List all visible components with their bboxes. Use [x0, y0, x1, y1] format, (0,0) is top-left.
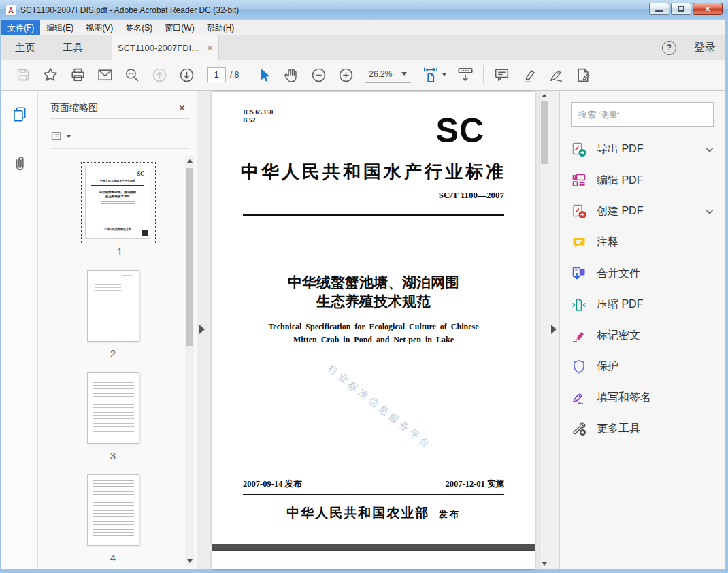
select-tool-button[interactable] [250, 63, 278, 86]
menu-file[interactable]: 文件(F) [1, 20, 40, 35]
scroll-up-icon[interactable] [542, 94, 547, 97]
acrobat-window: { "window": { "title": "SCT1100-2007FDIS… [0, 0, 728, 573]
highlighter-icon [520, 67, 537, 84]
menu-edit[interactable]: 编辑(E) [40, 20, 80, 35]
heading-rule [243, 214, 504, 216]
chevron-down-icon [442, 73, 446, 76]
email-icon [97, 67, 114, 84]
email-button[interactable] [91, 63, 118, 86]
tool-item-redact[interactable]: 标记密文 [560, 321, 725, 352]
thumbnail-page-4[interactable] [87, 474, 139, 546]
edit-tools-button[interactable] [569, 63, 597, 86]
star-tool-button[interactable] [37, 63, 64, 86]
document-view: ICS 65.150 B 52 SC 中华人民共和国水产行业标准 SC/T 11… [197, 91, 548, 569]
export-pdf-icon [571, 142, 587, 158]
minimize-button[interactable] [649, 3, 669, 15]
tool-item-export-pdf[interactable]: 导出 PDF [560, 134, 725, 165]
sign-in-button[interactable]: 登录 [694, 41, 716, 55]
document-page-2-top[interactable] [212, 551, 535, 569]
page-down-icon [178, 67, 195, 84]
tab-close-icon[interactable]: ✕ [208, 44, 213, 52]
help-icon[interactable]: ? [662, 41, 676, 55]
thumbnail-page-1-preview: SC 中华人民共和国水产行业标准 中华绒螯蟹池塘、湖泊网围 生态养殖技术规范 中… [85, 167, 150, 239]
reading-mode-button[interactable] [452, 63, 479, 86]
page-gap [212, 544, 535, 551]
tab-tools[interactable]: 工具 [49, 35, 97, 60]
print-button[interactable] [64, 63, 91, 86]
document-page-1[interactable]: ICS 65.150 B 52 SC 中华人民共和国水产行业标准 SC/T 11… [212, 92, 535, 544]
document-scrollbar-thumb[interactable] [541, 101, 548, 164]
thumbnail-page-3[interactable] [87, 372, 139, 444]
toolbar-separator [483, 65, 484, 84]
thumbnails-scrollbar[interactable] [185, 156, 194, 566]
collapse-right-panel-handle[interactable] [551, 325, 557, 334]
save-icon [15, 67, 31, 83]
mini-page-corner [142, 230, 148, 236]
zoom-in-button[interactable] [332, 63, 359, 86]
zoom-level-dropdown[interactable]: 26.2% [365, 67, 411, 83]
page-up-icon [151, 67, 168, 84]
combine-files-icon [571, 265, 587, 282]
scroll-up-icon[interactable] [187, 159, 193, 163]
collapse-left-panel-handle[interactable] [199, 325, 205, 334]
page-thumbnails-panel: 页面缩略图 ✕ SC 中华人民共和国水产行业标准 中华绒螯蟹池塘、湖泊网围 生态… [38, 91, 197, 569]
tab-home[interactable]: 主页 [1, 35, 49, 60]
thumbnail-page-2[interactable] [87, 270, 139, 342]
attachments-panel-button[interactable] [11, 154, 29, 172]
document-scrollbar[interactable] [539, 91, 548, 569]
highlight-tool-button[interactable] [515, 63, 542, 86]
page-number-input[interactable] [207, 67, 226, 82]
previous-page-button[interactable] [146, 63, 173, 86]
content-area: 页面缩略图 ✕ SC 中华人民共和国水产行业标准 中华绒螯蟹池塘、湖泊网围 生态… [0, 91, 728, 569]
save-button[interactable] [10, 63, 37, 86]
fill-sign-icon [571, 390, 587, 406]
title-bar: A SCT1100-2007FDIS.pdf - Adobe Acrobat R… [0, 0, 728, 20]
comment-tool-button[interactable] [488, 63, 515, 86]
menu-sign[interactable]: 签名(S) [119, 20, 159, 35]
tools-list: 导出 PDF 编辑 PDF 创建 PDF [560, 134, 725, 444]
chevron-down-icon[interactable] [705, 207, 714, 216]
tool-item-comment[interactable]: 注释 [560, 227, 725, 259]
zoom-in-icon [337, 67, 354, 84]
scroll-down-icon[interactable] [542, 562, 547, 566]
tab-document[interactable]: SCT1100-2007FDI... ✕ [112, 35, 219, 60]
thumbnails-scrollbar-thumb[interactable] [186, 168, 193, 346]
hand-tool-button[interactable] [278, 63, 305, 86]
chevron-down-icon [67, 135, 71, 138]
panel-close-icon[interactable]: ✕ [174, 101, 190, 114]
fit-width-button[interactable] [416, 63, 452, 86]
tab-bar: 主页 工具 SCT1100-2007FDI... ✕ ? 登录 [1, 35, 725, 60]
next-page-button[interactable] [173, 63, 200, 86]
tool-item-more-tools[interactable]: 更多工具 [560, 413, 725, 444]
menu-help[interactable]: 帮助(H) [201, 20, 241, 35]
thumbnail-options-button[interactable] [50, 130, 71, 144]
page-edit-icon [575, 67, 592, 84]
chevron-down-icon[interactable] [705, 145, 714, 154]
tool-item-create-pdf[interactable]: 创建 PDF [560, 196, 725, 227]
tools-search-input[interactable] [571, 102, 714, 127]
thumbnail-3-label: 3 [99, 450, 127, 461]
sc-logo: SC [436, 111, 484, 150]
thumbnail-page-1[interactable]: SC 中华人民共和国水产行业标准 中华绒螯蟹池塘、湖泊网围 生态养殖技术规范 中… [82, 163, 155, 244]
tool-item-fill-sign[interactable]: 填写和签名 [560, 382, 725, 414]
scroll-down-icon[interactable] [187, 559, 193, 563]
redact-icon [571, 327, 587, 344]
signature-pen-icon [548, 67, 565, 84]
maximize-button[interactable] [671, 3, 691, 15]
footer-rule [243, 494, 504, 495]
page-thumbnails-panel-button[interactable] [11, 105, 29, 123]
tool-item-compress-pdf[interactable]: 压缩 PDF [560, 289, 725, 321]
mini-publisher: 中华人民共和国农业部 [86, 227, 150, 231]
page-thumbnails-icon [11, 105, 29, 123]
english-title-line1: Technical Specification for Ecological C… [212, 322, 535, 332]
zoom-out-button[interactable] [305, 63, 332, 86]
close-button[interactable]: ✕ [693, 3, 723, 15]
reading-mode-icon [457, 66, 474, 84]
tool-item-edit-pdf[interactable]: 编辑 PDF [560, 165, 725, 197]
search-button[interactable] [118, 63, 146, 86]
tool-item-combine-files[interactable]: 合并文件 [560, 258, 725, 289]
tool-item-protect[interactable]: 保护 [560, 351, 725, 382]
fill-sign-tool-button[interactable] [542, 63, 569, 86]
menu-view[interactable]: 视图(V) [80, 20, 119, 35]
menu-window[interactable]: 窗口(W) [159, 20, 200, 35]
